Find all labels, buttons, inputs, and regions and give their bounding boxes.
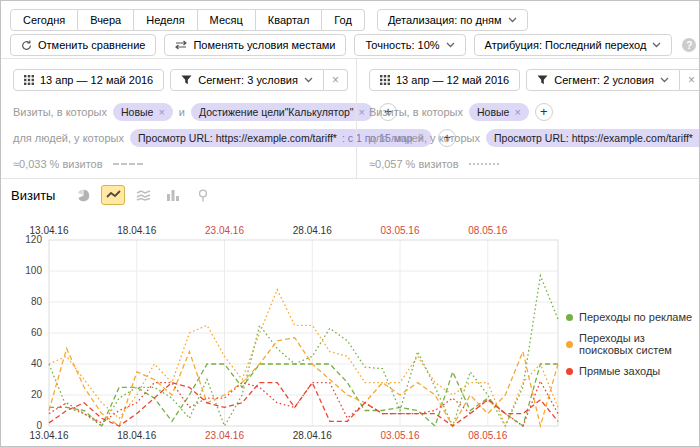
segment-remove-button-b[interactable]: × xyxy=(680,69,700,91)
segment-label: Сегмент: 3 условия xyxy=(198,74,298,86)
series-line-direct-segment-a xyxy=(49,383,558,426)
legend-label: Переходы из поисковых систем xyxy=(579,332,699,356)
chevron-down-icon xyxy=(446,42,455,48)
panel-a-share: ≈0,033 % визитов xyxy=(13,158,143,170)
tab-quarter[interactable]: Квартал xyxy=(256,9,323,31)
chip-label: Просмотр URL: https://example.com/tariff… xyxy=(494,132,693,144)
tab-today[interactable]: Сегодня xyxy=(10,9,78,31)
date-range-button-b[interactable]: 13 апр — 12 май 2016 xyxy=(369,69,520,91)
cancel-compare-button[interactable]: Отменить сравнение xyxy=(10,34,156,56)
segment-remove-button-a[interactable]: × xyxy=(324,69,348,91)
chip-close-icon[interactable]: × xyxy=(158,106,164,118)
chip-close-icon[interactable]: × xyxy=(514,106,520,118)
swap-conditions-label: Поменять условия местами xyxy=(193,39,335,51)
condition-chip-new[interactable]: Новые× xyxy=(113,103,173,121)
refresh-icon xyxy=(21,40,32,51)
segment-panel-b: 13 апр — 12 май 2016 Сегмент: 2 условия … xyxy=(356,59,700,178)
calendar-icon xyxy=(380,75,390,85)
x-axis-label-top: 18.04.16 xyxy=(117,225,156,236)
panel-b-header: 13 апр — 12 май 2016 Сегмент: 2 условия … xyxy=(369,69,700,91)
tab-year[interactable]: Год xyxy=(322,9,365,31)
help-icon[interactable]: ? xyxy=(682,38,696,52)
condition-chip-url[interactable]: Просмотр URL: https://example.com/tariff… xyxy=(486,129,700,147)
legend-item-direct[interactable]: Прямые заходы xyxy=(566,365,699,377)
people-label: для людей, у которых xyxy=(369,132,480,144)
tab-month[interactable]: Месяц xyxy=(198,9,256,31)
attribution-dropdown[interactable]: Атрибуция: Последний переход xyxy=(474,34,673,56)
chart-header: Визиты xyxy=(11,185,215,205)
date-range-button-a[interactable]: 13 апр — 12 май 2016 xyxy=(13,69,164,91)
people-label: для людей, у которых xyxy=(13,132,124,144)
pie-chart-icon[interactable] xyxy=(71,185,95,205)
metrica-page: Сегодня Вчера Неделя Месяц Квартал Год Д… xyxy=(0,0,700,447)
calendar-icon xyxy=(24,75,34,85)
visits-label: Визиты, в которых xyxy=(369,106,463,118)
legend-dot-green xyxy=(566,314,573,321)
segment-dropdown-a[interactable]: Сегмент: 3 условия xyxy=(170,69,324,91)
and-connector: и xyxy=(179,106,185,118)
segment-label: Сегмент: 2 условия xyxy=(554,74,654,86)
chart-title: Визиты xyxy=(11,188,55,203)
panel-a-visit-conditions: Визиты, в которых Новые× и Достижение це… xyxy=(13,103,397,121)
filter-icon xyxy=(181,75,192,85)
y-axis-label: 20 xyxy=(31,389,43,400)
detail-dropdown[interactable]: Детализация: по дням xyxy=(377,9,528,31)
x-axis-label-top: 08.05.16 xyxy=(468,225,507,236)
chip-label: Достижение цели"Калькулятор" xyxy=(199,106,354,118)
share-value: ≈0,057 % визитов xyxy=(369,158,459,170)
segment-dropdown-b[interactable]: Сегмент: 2 условия xyxy=(526,69,680,91)
line-style-sample-dotted xyxy=(469,163,499,165)
period-toolbar: Сегодня Вчера Неделя Месяц Квартал Год Д… xyxy=(10,9,528,31)
map-pin-icon[interactable] xyxy=(191,185,215,205)
panel-b-share: ≈0,057 % визитов xyxy=(369,158,499,170)
chart-legend: Переходы по рекламе Переходы из поисковы… xyxy=(566,311,699,377)
x-axis-label-bottom: 13.04.16 xyxy=(30,430,69,441)
x-axis-label-bottom: 08.05.16 xyxy=(468,430,507,441)
accuracy-dropdown[interactable]: Точность: 10% xyxy=(354,34,465,56)
chevron-down-icon xyxy=(508,17,517,23)
line-chart-icon[interactable] xyxy=(101,185,125,205)
legend-dot-red xyxy=(566,368,573,375)
legend-item-search[interactable]: Переходы из поисковых систем xyxy=(566,332,699,356)
x-axis-label-bottom: 18.04.16 xyxy=(117,430,156,441)
segment-panels: 13 апр — 12 май 2016 Сегмент: 3 условия … xyxy=(1,59,700,179)
period-tabgroup: Сегодня Вчера Неделя Месяц Квартал Год xyxy=(10,9,365,31)
y-axis-label: 60 xyxy=(31,327,43,338)
condition-chip-goal[interactable]: Достижение цели"Калькулятор"× xyxy=(191,103,373,121)
x-axis-label-bottom: 28.04.16 xyxy=(293,430,332,441)
panel-b-visit-conditions: Визиты, в которых Новые× + xyxy=(369,103,553,121)
segment-panel-a: 13 апр — 12 май 2016 Сегмент: 3 условия … xyxy=(1,59,356,178)
swap-icon xyxy=(175,40,187,50)
panel-a-header: 13 апр — 12 май 2016 Сегмент: 3 условия … xyxy=(13,69,348,91)
tab-week[interactable]: Неделя xyxy=(134,9,197,31)
share-value: ≈0,033 % визитов xyxy=(13,158,103,170)
condition-chip-new[interactable]: Новые× xyxy=(469,103,529,121)
detail-label: Детализация: по дням xyxy=(388,14,502,26)
y-axis-label: 40 xyxy=(31,358,43,369)
segment-control-a: Сегмент: 3 условия × xyxy=(170,69,348,91)
x-axis-label-top: 23.04.16 xyxy=(205,225,244,236)
bar-chart-icon[interactable] xyxy=(161,185,185,205)
x-axis-label-bottom: 23.04.16 xyxy=(205,430,244,441)
swap-conditions-button[interactable]: Поменять условия местами xyxy=(164,34,346,56)
date-range-label: 13 апр — 12 май 2016 xyxy=(396,74,509,86)
add-condition-button[interactable]: + xyxy=(535,103,553,121)
stacked-area-icon[interactable] xyxy=(131,185,155,205)
legend-label: Прямые заходы xyxy=(579,365,660,377)
chevron-down-icon xyxy=(660,77,669,83)
x-axis-label-bottom: 03.05.16 xyxy=(381,430,420,441)
date-range-label: 13 апр — 12 май 2016 xyxy=(40,74,153,86)
legend-item-ads[interactable]: Переходы по рекламе xyxy=(566,311,699,323)
legend-label: Переходы по рекламе xyxy=(579,311,692,323)
chip-label: Просмотр URL: https://example.com/tariff… xyxy=(138,132,337,144)
tab-yesterday[interactable]: Вчера xyxy=(78,9,134,31)
line-style-sample-dashed xyxy=(113,163,143,165)
y-axis-label: 100 xyxy=(25,265,42,276)
attribution-label: Атрибуция: Последний переход xyxy=(485,39,647,51)
chip-label: Новые xyxy=(477,106,509,118)
x-axis-label-top: 13.04.16 xyxy=(30,225,69,236)
x-axis-label-top: 03.05.16 xyxy=(381,225,420,236)
chevron-down-icon xyxy=(652,42,661,48)
series-line-search-segment-a xyxy=(49,338,558,426)
segment-control-b: Сегмент: 2 условия × xyxy=(526,69,700,91)
